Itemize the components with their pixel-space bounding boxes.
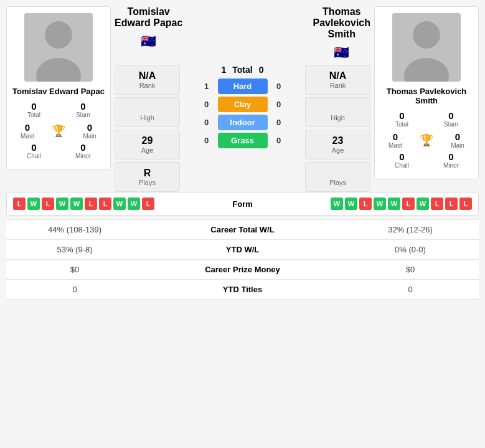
player1-header-name: TomislavEdward Papac [115, 6, 182, 29]
p2-ytd-wl: 0% (0-0) [348, 245, 473, 254]
player2-chall-row: 0 Chall 0 Minor [380, 151, 473, 169]
p1-form-9: W [128, 198, 140, 210]
p2-ytd-titles: 0 [348, 285, 473, 294]
player2-rank-block: N/A Rank [305, 65, 370, 95]
p2-form-10: L [459, 198, 472, 210]
player1-avatar [24, 13, 93, 82]
svg-point-4 [413, 21, 440, 49]
player1-total: 0 Total [12, 101, 56, 118]
ytd-titles-label: YTD Titles [137, 285, 348, 294]
surface-clay: 0 Clay 0 [200, 97, 285, 112]
player2-info-blocks: N/A Rank High 23 Age Plays [305, 65, 370, 192]
player1-form-badges: L W L W W L L W W L [13, 198, 154, 210]
surface-indoor: 0 Indoor 0 [200, 115, 285, 130]
player1-stats: 0 Total 0 Slam [12, 101, 105, 118]
p2-form-5: W [388, 198, 400, 210]
trophy-icon-right: 🏆 [420, 131, 433, 149]
trophy-icon-left: 🏆 [52, 122, 65, 140]
player2-stats: 0 Total 0 Slam [380, 110, 473, 128]
player2-form-badges: W W L W W L W L L L [331, 198, 472, 210]
middle-row: N/A Rank High 29 Age R Plays [115, 65, 370, 192]
player2-mast-row: 0 Mast 🏆 0 Main [380, 131, 473, 149]
player1-chall-row: 0 Chall 0 Minor [12, 142, 105, 160]
player2-name: Thomas Pavlekovich Smith [380, 87, 473, 105]
player1-age-block: 29 Age [115, 130, 180, 160]
player2-card: Thomas Pavlekovich Smith 0 Total 0 Slam … [374, 6, 479, 179]
surface-rows: 1 Hard 0 0 Clay 0 0 Indoor 0 [200, 79, 285, 148]
prize-money-label: Career Prize Money [137, 265, 348, 274]
p1-form-1: L [13, 198, 26, 210]
player1-flag: 🇦🇺 [141, 34, 156, 49]
p1-total-val: 1 [222, 65, 227, 75]
p1-form-7: L [99, 198, 111, 210]
p1-ytd-wl: 53% (9-8) [12, 245, 137, 254]
hard-button[interactable]: Hard [218, 79, 268, 94]
surfaces-center: 1 Total 0 1 Hard 0 0 Clay [184, 65, 301, 148]
total-header: 1 Total 0 [222, 65, 264, 75]
player2-minor: 0 Minor [429, 151, 473, 169]
p1-career-total: 44% (108-139) [12, 225, 137, 234]
player1-mast-row: 0 Mast 🏆 0 Main [12, 122, 105, 140]
player2-main: 0 Main [451, 131, 464, 149]
p2-form-7: W [417, 198, 429, 210]
player2-high-block: High [305, 97, 370, 127]
player1-slam: 0 Slam [61, 101, 105, 118]
top-section: Tomislav Edward Papac 0 Total 0 Slam 0 M… [6, 6, 479, 192]
player1-plays-block: R Plays [115, 162, 180, 192]
p2-career-total: 32% (12-26) [348, 225, 473, 234]
clay-button[interactable]: Clay [218, 97, 268, 112]
surface-hard: 1 Hard 0 [200, 79, 285, 94]
grass-button[interactable]: Grass [218, 133, 268, 148]
player2-chall: 0 Chall [380, 151, 424, 169]
stat-ytd-wl: 53% (9-8) YTD W/L 0% (0-0) [6, 240, 479, 260]
stat-prize-money: $0 Career Prize Money $0 [6, 260, 479, 280]
stats-section: 44% (108-139) Career Total W/L 32% (12-2… [6, 219, 479, 300]
p1-ytd-titles: 0 [12, 285, 137, 294]
player1-chall: 0 Chall [12, 142, 56, 160]
player2-header: ThomasPavlekovichSmith 🇦🇺 [313, 6, 371, 62]
player1-card: Tomislav Edward Papac 0 Total 0 Slam 0 M… [6, 6, 111, 170]
p2-form-9: L [445, 198, 458, 210]
p1-form-4: W [56, 198, 68, 210]
player1-name: Tomislav Edward Papac [12, 87, 105, 96]
stat-ytd-titles: 0 YTD Titles 0 [6, 280, 479, 300]
player1-high-block: High [115, 97, 180, 127]
svg-point-1 [45, 21, 72, 49]
p1-form-3: L [42, 198, 54, 210]
p2-form-2: W [345, 198, 357, 210]
names-row: TomislavEdward Papac 🇦🇺 ThomasPavlekovic… [115, 6, 370, 62]
surface-grass: 0 Grass 0 [200, 133, 285, 148]
total-label: Total [232, 65, 252, 75]
player1-main: 0 Main [83, 122, 97, 140]
p1-form-10: L [142, 198, 154, 210]
p2-form-8: L [431, 198, 443, 210]
indoor-button[interactable]: Indoor [218, 115, 268, 130]
p1-form-2: W [27, 198, 40, 210]
stat-career-total: 44% (108-139) Career Total W/L 32% (12-2… [6, 219, 479, 240]
p2-form-1: W [331, 198, 343, 210]
player2-header-name: ThomasPavlekovichSmith [313, 6, 371, 40]
p1-form-6: L [85, 198, 97, 210]
career-total-label: Career Total W/L [137, 225, 348, 234]
player1-rank-block: N/A Rank [115, 65, 180, 95]
p2-prize-money: $0 [348, 265, 473, 274]
player1-header: TomislavEdward Papac 🇦🇺 [115, 6, 182, 51]
p2-form-6: L [402, 198, 415, 210]
player1-minor: 0 Minor [61, 142, 105, 160]
player2-flag: 🇦🇺 [334, 45, 349, 60]
p1-prize-money: $0 [12, 265, 137, 274]
p2-form-3: L [359, 198, 372, 210]
form-section: L W L W W L L W W L Form W W L W W L W L… [6, 192, 479, 216]
player2-mast: 0 Mast [388, 131, 402, 149]
p2-form-4: W [374, 198, 386, 210]
player2-plays-block: Plays [305, 162, 370, 192]
center-area: TomislavEdward Papac 🇦🇺 ThomasPavlekovic… [115, 6, 370, 192]
player2-total: 0 Total [380, 110, 424, 128]
page-container: Tomislav Edward Papac 0 Total 0 Slam 0 M… [0, 0, 485, 306]
p2-total-val: 0 [259, 65, 264, 75]
player2-age-block: 23 Age [305, 130, 370, 160]
ytd-wl-label: YTD W/L [137, 245, 348, 254]
player2-slam: 0 Slam [429, 110, 473, 128]
p1-form-8: W [113, 198, 126, 210]
player2-avatar [392, 13, 461, 82]
